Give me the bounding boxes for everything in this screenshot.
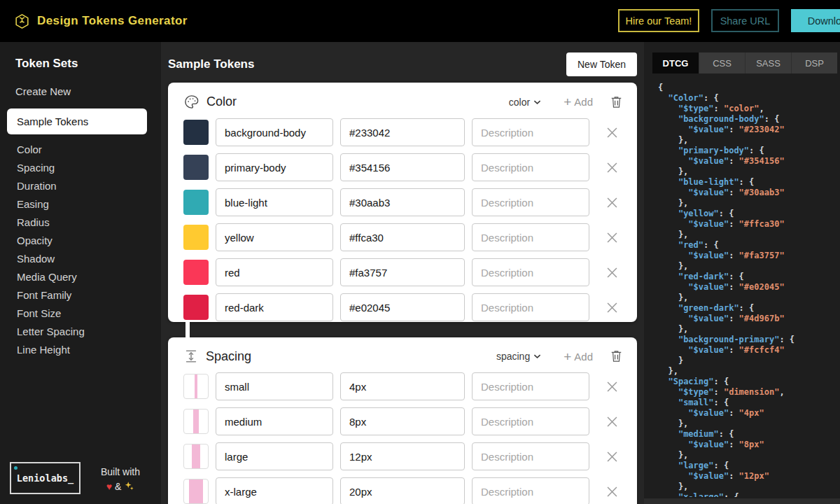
- tab-css[interactable]: CSS: [699, 52, 745, 74]
- token-value-input[interactable]: [340, 372, 465, 400]
- card-title: Color: [206, 94, 237, 109]
- sidebar-item-duration[interactable]: Duration: [17, 177, 85, 195]
- close-icon: [607, 382, 617, 392]
- token-description-input[interactable]: [472, 293, 589, 321]
- token-value-input[interactable]: [340, 477, 465, 504]
- token-name-input[interactable]: [216, 258, 333, 286]
- token-swatch[interactable]: [183, 225, 209, 250]
- sidebar-item-easing[interactable]: Easing: [17, 195, 85, 214]
- remove-token-button[interactable]: [602, 298, 622, 317]
- hire-team-button[interactable]: Hire our Team!: [618, 9, 699, 32]
- sidebar-item-spacing[interactable]: Spacing: [17, 159, 85, 177]
- token-swatch[interactable]: [183, 295, 209, 320]
- token-sets-heading: Token Sets: [15, 57, 78, 71]
- token-description-input[interactable]: [472, 372, 589, 400]
- leniolabs-logo[interactable]: Leniolabs_: [10, 462, 80, 494]
- token-name-input[interactable]: [216, 372, 333, 400]
- app-logo: Design Tokens Generator: [14, 0, 188, 42]
- add-token-button[interactable]: + Add: [559, 350, 597, 363]
- main-content: Sample Tokens New Token Color color: [161, 42, 644, 504]
- token-description-input[interactable]: [472, 442, 589, 470]
- token-value-input[interactable]: [340, 223, 465, 251]
- sidebar-item-sample-tokens[interactable]: Sample Tokens: [7, 108, 147, 134]
- token-name-input[interactable]: [216, 223, 333, 251]
- token-swatch[interactable]: [183, 190, 209, 215]
- horizontal-scrollbar[interactable]: [644, 498, 840, 504]
- app-title: Design Tokens Generator: [37, 14, 188, 28]
- token-swatch[interactable]: [183, 155, 209, 180]
- trash-icon: [611, 96, 622, 108]
- plus-icon: +: [564, 351, 571, 363]
- share-url-button[interactable]: Share URL: [711, 9, 779, 32]
- download-button[interactable]: Download: [791, 9, 840, 32]
- token-description-input[interactable]: [472, 258, 589, 286]
- token-value-input[interactable]: [340, 118, 465, 146]
- sidebar-item-line-height[interactable]: Line Height: [17, 341, 85, 359]
- token-name-input[interactable]: [216, 477, 333, 504]
- token-cube-icon: [14, 13, 30, 29]
- sidebar-item-letter-spacing[interactable]: Letter Spacing: [17, 323, 85, 341]
- token-name-input[interactable]: [216, 118, 333, 146]
- remove-token-button[interactable]: [602, 412, 622, 431]
- token-card: Color color + Add: [168, 83, 637, 322]
- create-new-button[interactable]: Create New: [15, 85, 71, 97]
- token-swatch[interactable]: [183, 409, 209, 434]
- close-icon: [607, 451, 617, 462]
- new-token-button[interactable]: New Token: [566, 52, 637, 76]
- token-value-input[interactable]: [340, 407, 465, 435]
- page-title: Sample Tokens: [168, 57, 254, 71]
- token-description-input[interactable]: [472, 407, 589, 435]
- delete-card-button[interactable]: [611, 350, 622, 363]
- sidebar-item-font-family[interactable]: Font Family: [17, 286, 85, 304]
- chevron-down-icon: [533, 354, 541, 359]
- tab-sass[interactable]: SASS: [745, 52, 791, 74]
- remove-token-button[interactable]: [602, 192, 622, 212]
- token-description-input[interactable]: [472, 118, 589, 146]
- token-description-input[interactable]: [472, 153, 589, 181]
- remove-token-button[interactable]: [602, 262, 622, 282]
- tab-dtcg[interactable]: DTCG: [652, 52, 699, 74]
- token-name-input[interactable]: [216, 188, 333, 216]
- token-description-input[interactable]: [472, 188, 589, 216]
- remove-token-button[interactable]: [602, 482, 622, 501]
- sidebar-item-opacity[interactable]: Opacity: [17, 232, 85, 250]
- token-value-input[interactable]: [340, 153, 465, 181]
- sidebar-item-radius[interactable]: Radius: [17, 214, 85, 232]
- sidebar-item-media-query[interactable]: Media Query: [17, 268, 85, 286]
- export-panel: DTCGCSSSASSDSP { "Color": { "$type": "co…: [644, 42, 840, 504]
- token-name-input[interactable]: [216, 442, 333, 470]
- remove-token-button[interactable]: [602, 447, 622, 466]
- remove-token-button[interactable]: [602, 377, 622, 396]
- close-icon: [607, 416, 617, 427]
- delete-card-button[interactable]: [611, 96, 622, 108]
- sidebar-item-font-size[interactable]: Font Size: [17, 304, 85, 323]
- export-format-tabs: DTCGCSSSASSDSP: [652, 52, 837, 74]
- close-icon: [607, 232, 617, 243]
- token-swatch[interactable]: [183, 374, 209, 399]
- token-value-input[interactable]: [340, 293, 465, 321]
- token-swatch[interactable]: [183, 260, 209, 285]
- token-name-input[interactable]: [216, 407, 333, 435]
- token-swatch[interactable]: [183, 120, 209, 145]
- scroll-indicator[interactable]: [186, 322, 190, 337]
- token-description-input[interactable]: [472, 223, 589, 251]
- heart-icon: ♥: [106, 481, 112, 492]
- remove-token-button[interactable]: [602, 158, 622, 177]
- sidebar-item-shadow[interactable]: Shadow: [17, 250, 85, 268]
- token-name-input[interactable]: [216, 293, 333, 321]
- tab-dsp[interactable]: DSP: [791, 52, 837, 74]
- token-swatch[interactable]: [183, 479, 209, 504]
- token-description-input[interactable]: [472, 477, 589, 504]
- remove-token-button[interactable]: [602, 122, 622, 142]
- token-row: [183, 477, 622, 504]
- token-type-select[interactable]: spacing: [492, 350, 545, 363]
- remove-token-button[interactable]: [602, 227, 622, 247]
- token-swatch[interactable]: [183, 444, 209, 469]
- token-value-input[interactable]: [340, 442, 465, 470]
- add-token-button[interactable]: + Add: [559, 95, 597, 108]
- sidebar-item-color[interactable]: Color: [17, 141, 85, 159]
- token-type-select[interactable]: color: [505, 96, 545, 108]
- token-value-input[interactable]: [340, 188, 465, 216]
- token-name-input[interactable]: [216, 153, 333, 181]
- token-value-input[interactable]: [340, 258, 465, 286]
